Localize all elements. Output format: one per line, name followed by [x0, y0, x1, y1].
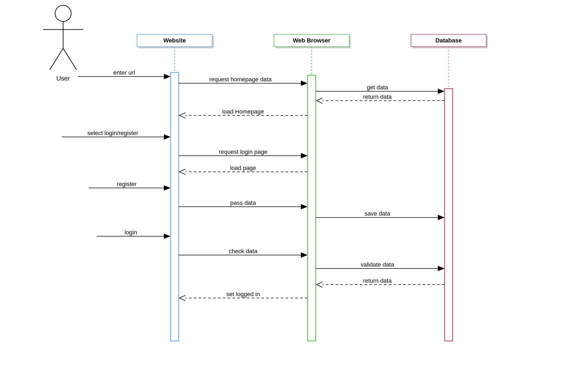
msg-load-homepage: load Homepage: [179, 108, 308, 118]
svg-text:get data: get data: [367, 84, 388, 91]
actor-label: User: [56, 75, 70, 82]
svg-marker-36: [164, 185, 171, 191]
lifeline-browser: Web Browser: [274, 34, 351, 341]
msg-return-data-1: return data: [316, 93, 445, 103]
svg-text:check data: check data: [229, 248, 258, 255]
msg-load-page: load page: [179, 165, 308, 175]
svg-marker-31: [301, 153, 308, 158]
msg-request-homepage: request homepage data: [179, 76, 308, 86]
msg-pass-data: pass data: [179, 199, 308, 209]
svg-marker-45: [164, 234, 171, 239]
svg-marker-42: [438, 215, 445, 220]
svg-text:save data: save data: [365, 210, 390, 217]
svg-text:pass data: pass data: [230, 199, 256, 206]
msg-save-data: save data: [316, 210, 445, 220]
svg-text:load page: load page: [230, 165, 256, 171]
svg-text:load Homepage: load Homepage: [222, 108, 264, 115]
activation-browser: [308, 75, 316, 341]
msg-return-data-2: return data: [316, 277, 445, 287]
svg-text:login: login: [125, 229, 137, 236]
actor-user: User: [43, 5, 83, 82]
lifeline-database: Database: [411, 34, 488, 341]
svg-text:select login/register: select login/register: [87, 130, 138, 136]
svg-text:request homepage data: request homepage data: [209, 76, 272, 83]
lifeline-browser-label: Web Browser: [293, 37, 331, 44]
svg-marker-21: [438, 89, 445, 94]
svg-point-0: [55, 5, 71, 21]
svg-marker-48: [301, 252, 308, 258]
svg-marker-15: [164, 74, 171, 79]
msg-register: register: [89, 181, 171, 191]
svg-line-3: [50, 48, 63, 70]
sequence-diagram: User Website Web Browser Database enter …: [0, 0, 588, 374]
msg-get-data: get data: [316, 84, 445, 94]
lifeline-website-label: Website: [163, 37, 186, 44]
svg-text:return data: return data: [363, 277, 392, 284]
msg-login: login: [97, 229, 171, 239]
msg-validate-data: validate data: [316, 261, 445, 271]
svg-text:return data: return data: [363, 93, 392, 100]
svg-text:set logged in: set logged in: [226, 291, 260, 297]
msg-select-login-register: select login/register: [62, 130, 171, 140]
svg-marker-39: [301, 204, 308, 209]
svg-line-4: [63, 48, 77, 70]
msg-check-data: check data: [179, 248, 308, 258]
msg-request-login-page: request login page: [179, 148, 308, 158]
svg-marker-51: [438, 266, 445, 271]
svg-text:enter url: enter url: [113, 69, 135, 76]
msg-enter-url: enter url: [78, 69, 171, 79]
activation-database: [445, 89, 453, 341]
svg-marker-18: [301, 81, 308, 86]
svg-text:validate data: validate data: [361, 261, 395, 268]
lifeline-database-label: Database: [435, 37, 462, 44]
activation-website: [171, 72, 179, 341]
svg-marker-28: [164, 134, 171, 140]
msg-set-logged-in: set logged in: [179, 291, 308, 301]
svg-text:request login page: request login page: [219, 148, 267, 155]
svg-text:register: register: [117, 181, 136, 187]
